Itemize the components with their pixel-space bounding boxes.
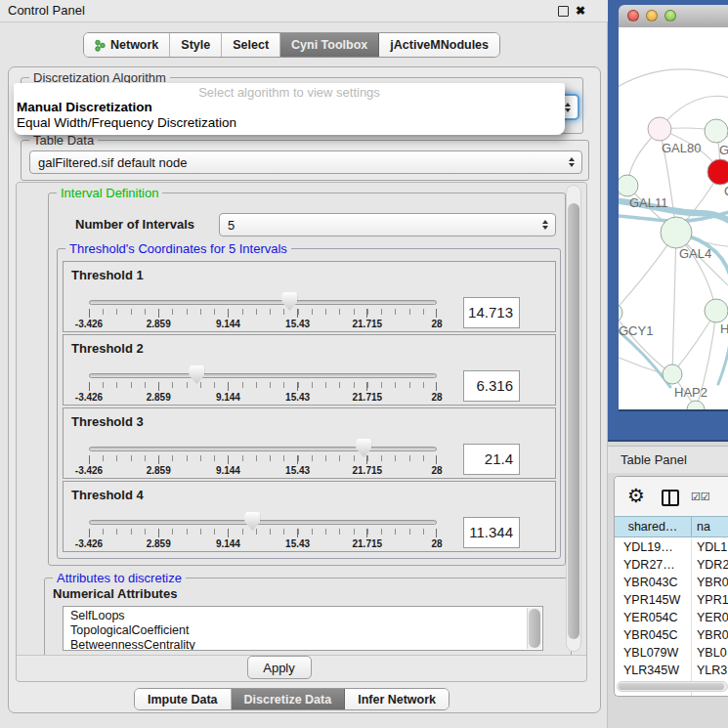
table-row[interactable]: YDL19…YDL1 [615,538,728,556]
network-node-label: H [720,321,728,336]
network-node-unlabeled[interactable] [687,401,705,409]
network-node-HAP2[interactable] [663,364,682,384]
network-node-label: C [724,184,728,198]
float-window-icon[interactable] [558,6,569,17]
slider-track[interactable] [89,447,437,451]
slider-scale: -3.4262.8599.14415.4321.71528 [89,538,437,550]
table-cell[interactable]: YDR2 [692,556,728,574]
network-node-GA[interactable] [705,119,728,143]
tab-impute-data[interactable]: Impute Data [135,689,232,709]
numerical-attribute-item[interactable]: TopologicalCoefficient [64,623,542,638]
spinner-arrows-icon[interactable] [540,214,550,236]
table-row[interactable]: YBR045CYBR0 [615,626,728,644]
table-row[interactable]: YBL079WYBL0 [615,644,728,662]
threshold-2-box: Threshold 2 -3.4262.8599.14415.4321.7152… [63,334,556,406]
scrollbar-thumb[interactable] [568,203,579,639]
network-node-H[interactable] [705,299,728,322]
network-node-GAL4[interactable] [661,217,692,248]
tab-network[interactable]: Network [84,33,170,57]
threshold-value-field[interactable]: 6.316 [463,370,520,402]
columns-icon[interactable] [662,490,679,506]
network-canvas[interactable]: GAL80GACGAL11GAL4GCY1HHAP2 [619,27,728,409]
scrollbar-thumb[interactable] [529,609,540,648]
threshold-slider[interactable]: -3.4262.8599.14415.4321.71528 [89,439,437,480]
tab-style[interactable]: Style [170,33,222,57]
numerical-attribute-item[interactable]: SelfLoops [64,609,542,623]
threshold-slider[interactable]: -3.4262.8599.14415.4321.71528 [89,512,437,553]
table-cell[interactable]: YBL0 [692,644,728,662]
close-icon[interactable]: ✖ [576,1,585,21]
table-cell[interactable]: YER0 [692,609,728,626]
table-row[interactable]: YBR043CYBR0 [615,574,728,591]
table-cell[interactable]: YBR0 [692,574,728,591]
tab-discretize-data[interactable]: Discretize Data [232,689,346,709]
table-cell[interactable]: YBR0 [692,626,728,644]
threshold-value-field[interactable]: 14.713 [463,297,520,328]
slider-track[interactable] [89,520,437,525]
network-node-C[interactable] [707,159,728,185]
list-scrollbar[interactable] [527,608,541,649]
column-header-name[interactable]: na [692,517,728,536]
numerical-attribute-item[interactable]: BetweennessCentrality [64,638,542,651]
slider-scale-label: -3.426 [75,319,103,329]
slider-track[interactable] [89,373,437,378]
tab-cyni-toolbox[interactable]: Cyni Toolbox [280,33,379,57]
tab-label: jActiveMNodules [390,38,489,52]
zoom-traffic-light-icon[interactable] [664,10,676,21]
network-node-label: GCY1 [619,323,653,338]
slider-track[interactable] [89,300,437,305]
table-cell[interactable]: YPR145W [615,591,692,609]
table-horizontal-scrollbar[interactable] [617,681,728,692]
table-row[interactable]: YER054CYER0 [615,609,728,626]
minimize-traffic-light-icon[interactable] [646,10,658,21]
table-cell[interactable]: YBR045C [615,626,692,644]
tab-label: Select [233,38,269,52]
close-traffic-light-icon[interactable] [627,10,639,21]
threshold-value-field[interactable]: 11.344 [463,517,520,548]
network-node-GAL11[interactable] [619,175,638,196]
numerical-attributes-list[interactable]: SelfLoopsTopologicalCoefficientBetweenne… [63,606,543,651]
threshold-label: Threshold 3 [71,414,144,429]
threshold-slider[interactable]: -3.4262.8599.14415.4321.71528 [89,365,437,407]
dropdown-option-manual[interactable]: Manual Discretization [14,100,565,115]
network-node-GCY1[interactable] [619,303,622,322]
number-of-intervals-combobox[interactable]: 5 [219,213,556,236]
table-row[interactable]: YDR27…YDR2 [615,556,728,574]
tab-select[interactable]: Select [222,33,280,57]
column-header-shared-name[interactable]: shared… [615,517,692,536]
table-cell[interactable]: YBL079W [615,644,692,662]
network-node-GAL80[interactable] [648,117,671,141]
table-cell[interactable]: YLR3 [692,662,728,679]
table-cell[interactable]: YDL1 [692,538,728,556]
table-cell[interactable]: YPR1 [692,591,728,609]
tab-jactivemnodules[interactable]: jActiveMNodules [379,33,499,57]
table-data-combobox[interactable]: galFiltered.sif default node [29,150,582,174]
threshold-value-field[interactable]: 21.4 [463,444,520,475]
gear-icon[interactable]: ⚙ [627,484,645,507]
spinner-arrows-icon[interactable] [567,151,577,173]
main-scrollbar[interactable] [566,185,581,652]
network-node-label: HAP2 [674,385,707,400]
table-cell[interactable]: YDR27… [615,556,692,574]
tab-label: Network [110,38,158,52]
table-row[interactable]: YPR145WYPR1 [615,591,728,609]
dropdown-option-equal-width[interactable]: Equal Width/Frequency Discretization [14,115,565,131]
network-node-label: GA [719,143,728,157]
table-cell[interactable]: YBR043C [615,574,692,591]
checkboxes-icon[interactable]: ☑☑ [691,491,710,503]
table-cell[interactable]: YLR345W [615,662,692,679]
network-view-window[interactable]: GAL80GACGAL11GAL4GCY1HHAP2 [608,0,728,442]
table-header-row: shared… na [615,516,728,537]
table-cell[interactable]: YDL19… [615,538,692,556]
slider-scale-label: 21.715 [353,538,383,549]
table-row[interactable]: YLR345WYLR3 [615,662,728,679]
table-cell[interactable]: YER054C [615,609,692,626]
network-window-titlebar[interactable] [619,5,728,28]
tab-label: Cyni Toolbox [291,38,367,52]
combobox-value: galFiltered.sif default node [38,151,187,173]
scrollbar-thumb[interactable] [619,683,724,690]
threshold-slider[interactable]: -3.4262.8599.14415.4321.71528 [89,292,437,333]
tab-infer-network[interactable]: Infer Network [345,689,449,709]
slider-scale-label: 9.144 [216,392,240,403]
apply-button[interactable]: Apply [247,656,312,679]
